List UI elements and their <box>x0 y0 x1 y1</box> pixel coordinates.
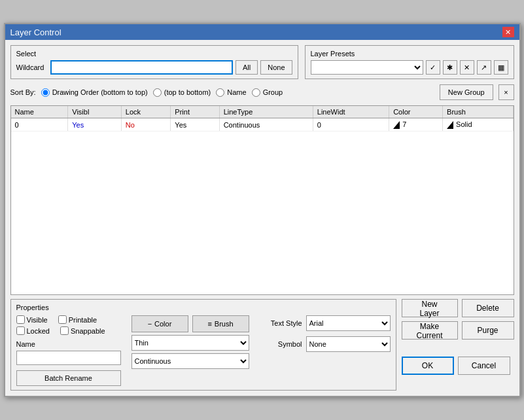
dropdown-row: Thin Continuous <box>131 335 249 369</box>
presets-delete-button[interactable]: ✕ <box>460 60 474 75</box>
radio-name[interactable]: Name <box>216 88 246 97</box>
radio-drawing-order-label: Drawing Order (bottom to top) <box>52 88 148 96</box>
props-left: Visible Printable Locked <box>16 315 121 386</box>
all-button[interactable]: All <box>236 60 258 75</box>
checkbox-row-1: Visible Printable <box>16 315 121 324</box>
layer-table-container: Name Visibl Lock Print LineType LineWidt… <box>10 105 514 295</box>
presets-select[interactable] <box>311 60 423 75</box>
clear-group-button[interactable]: × <box>498 84 514 100</box>
select-group: Select Wildcard All None <box>10 45 298 79</box>
radio-top-to-bottom[interactable]: (top to bottom) <box>153 88 211 97</box>
color-brush-row: − Color ≡ Brush <box>131 315 249 332</box>
close-button[interactable]: ✕ <box>502 27 514 37</box>
visible-label: Visible <box>27 316 48 324</box>
symbol-row: Symbol None <box>260 336 391 352</box>
radio-drawing-order[interactable]: Drawing Order (bottom to top) <box>41 88 148 97</box>
props-right: Text Style Arial Symbol None <box>260 315 391 352</box>
col-linetype: LineType <box>219 106 313 118</box>
presets-label: Layer Presets <box>311 50 508 58</box>
make-current-button[interactable]: Make Current <box>402 321 458 340</box>
symbol-select[interactable]: None <box>306 336 391 352</box>
printable-checkbox[interactable] <box>58 315 67 324</box>
layer-control-dialog: Layer Control ✕ Select Wildcard All None… <box>4 23 521 397</box>
snappable-checkbox-label[interactable]: Snappable <box>60 326 105 335</box>
col-lock: Lock <box>121 106 171 118</box>
printable-checkbox-label[interactable]: Printable <box>58 315 97 324</box>
symbol-label: Symbol <box>260 340 302 348</box>
col-brush: Brush <box>443 106 513 118</box>
color-icon <box>393 121 400 129</box>
new-group-button[interactable]: New Group <box>440 84 493 100</box>
cell-visible: Yes <box>68 118 122 131</box>
continuous-select[interactable]: Continuous <box>131 353 249 369</box>
presets-row: ✓ ✱ ✕ ↗ ▦ <box>311 60 508 75</box>
snappable-label: Snappable <box>71 327 105 335</box>
new-delete-row: New Layer Delete <box>402 299 514 317</box>
brush-icon <box>447 121 453 129</box>
thin-select[interactable]: Thin <box>131 335 249 351</box>
locked-checkbox[interactable] <box>16 326 25 335</box>
layer-presets-group: Layer Presets ✓ ✱ ✕ ↗ ▦ <box>305 45 514 79</box>
cell-print: Yes <box>171 118 219 131</box>
locked-checkbox-label[interactable]: Locked <box>16 326 50 335</box>
properties-group: Properties Visible Printable <box>10 299 396 391</box>
locked-label: Locked <box>27 327 50 335</box>
cell-linetype: Continuous <box>219 118 313 131</box>
equals-icon: ≡ <box>207 320 211 328</box>
cell-lock: No <box>121 118 171 131</box>
wildcard-input[interactable] <box>50 60 233 75</box>
sort-label: Sort By: <box>10 88 36 96</box>
visible-checkbox[interactable] <box>16 315 25 324</box>
batch-rename-button[interactable]: Batch Rename <box>16 370 121 386</box>
col-linewidth: LineWidt <box>313 106 389 118</box>
radio-group-label: Group <box>263 88 283 96</box>
purge-button[interactable]: Purge <box>462 321 514 340</box>
right-panel: New Layer Delete Make Current Purge OK C… <box>402 299 514 375</box>
name-input[interactable] <box>16 351 121 365</box>
cell-brush: Solid <box>443 118 513 131</box>
brush-btn-label: Brush <box>215 320 234 328</box>
cancel-button[interactable]: Cancel <box>458 357 510 375</box>
sort-row: Sort By: Drawing Order (bottom to top) (… <box>10 83 514 101</box>
text-style-select[interactable]: Arial <box>306 315 391 331</box>
wildcard-row: Wildcard All None <box>16 60 292 75</box>
presets-grid-button[interactable]: ▦ <box>494 60 508 75</box>
radio-top-to-bottom-label: (top to bottom) <box>164 88 211 96</box>
cell-name: 0 <box>11 118 68 131</box>
printable-label: Printable <box>69 316 97 324</box>
col-visible: Visibl <box>68 106 122 118</box>
color-btn-label: Color <box>154 320 171 328</box>
delete-button[interactable]: Delete <box>462 299 514 317</box>
radio-name-label: Name <box>227 88 246 96</box>
none-button[interactable]: None <box>260 60 292 75</box>
bottom-area: Properties Visible Printable <box>10 299 514 391</box>
properties-content: Visible Printable Locked <box>16 315 391 386</box>
name-label: Name <box>16 340 121 348</box>
new-layer-button[interactable]: New Layer <box>402 299 458 317</box>
dialog-title: Layer Control <box>10 27 61 37</box>
ok-button[interactable]: OK <box>402 357 454 375</box>
dialog-body: Select Wildcard All None Layer Presets ✓… <box>5 40 519 396</box>
cell-linewidth: 0 <box>313 118 389 131</box>
brush-button[interactable]: ≡ Brush <box>192 315 249 332</box>
presets-asterisk-button[interactable]: ✱ <box>443 60 457 75</box>
text-style-label: Text Style <box>260 319 302 327</box>
col-print: Print <box>171 106 219 118</box>
table-header-row: Name Visibl Lock Print LineType LineWidt… <box>11 106 514 118</box>
cell-color: 7 <box>389 118 443 131</box>
presets-export-button[interactable]: ↗ <box>477 60 491 75</box>
layer-table: Name Visibl Lock Print LineType LineWidt… <box>11 106 514 131</box>
table-row[interactable]: 0 Yes No Yes Continuous 0 7 Solid <box>11 118 514 131</box>
col-name: Name <box>11 106 68 118</box>
color-button[interactable]: − Color <box>131 315 188 332</box>
snappable-checkbox[interactable] <box>60 326 69 335</box>
col-color: Color <box>389 106 443 118</box>
wildcard-label: Wildcard <box>16 63 48 71</box>
properties-label: Properties <box>16 304 391 311</box>
ok-cancel-row: OK Cancel <box>402 343 514 375</box>
current-purge-row: Make Current Purge <box>402 321 514 340</box>
presets-checkmark-button[interactable]: ✓ <box>426 60 440 75</box>
visible-checkbox-label[interactable]: Visible <box>16 315 48 324</box>
title-bar: Layer Control ✕ <box>5 24 519 40</box>
radio-group[interactable]: Group <box>252 88 283 97</box>
